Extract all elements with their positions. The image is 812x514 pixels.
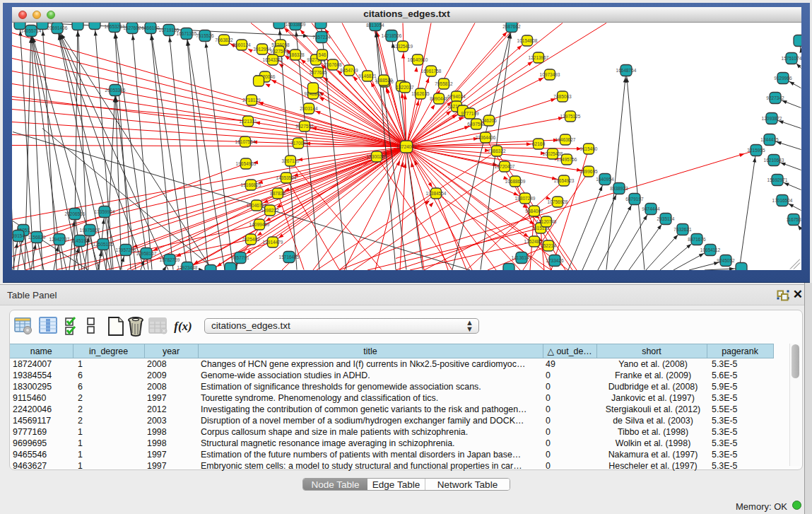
svg-text:8938923: 8938923 [610, 185, 628, 190]
svg-text:10688609: 10688609 [505, 178, 526, 183]
svg-text:7625402: 7625402 [242, 236, 260, 241]
svg-text:10025438: 10025438 [543, 151, 563, 156]
svg-text:9684067: 9684067 [525, 208, 543, 213]
svg-text:20206536: 20206536 [65, 211, 86, 216]
svg-text:746206: 746206 [481, 117, 497, 122]
svg-text:10756928: 10756928 [548, 199, 568, 204]
svg-text:9474444: 9474444 [642, 206, 660, 211]
svg-text:7357224: 7357224 [312, 34, 331, 39]
svg-text:17016504: 17016504 [772, 197, 793, 202]
svg-text:7485063: 7485063 [553, 93, 572, 98]
svg-text:21364436: 21364436 [476, 134, 496, 139]
svg-text:13495756: 13495756 [557, 156, 577, 161]
svg-text:14099459: 14099459 [249, 221, 270, 226]
svg-text:9327552: 9327552 [295, 123, 314, 128]
svg-text:15751074: 15751074 [782, 55, 801, 60]
svg-text:19975867: 19975867 [80, 227, 100, 232]
svg-text:8471676: 8471676 [688, 236, 706, 241]
svg-text:12505135: 12505135 [93, 241, 114, 246]
svg-text:11325419: 11325419 [393, 43, 413, 48]
svg-text:19384554: 19384554 [426, 190, 447, 195]
svg-text:8186328: 8186328 [286, 52, 305, 57]
svg-text:18300295: 18300295 [367, 153, 387, 158]
svg-text:12942737: 12942737 [49, 236, 70, 241]
svg-text:10046768: 10046768 [247, 202, 267, 207]
svg-text:12093872: 12093872 [762, 115, 782, 120]
svg-text:19463627: 19463627 [555, 136, 576, 141]
svg-text:10654112: 10654112 [700, 247, 721, 252]
svg-text:3215955: 3215955 [747, 147, 765, 152]
svg-text:16648764: 16648764 [616, 67, 637, 72]
svg-text:14218506: 14218506 [382, 33, 402, 37]
svg-text:10154808: 10154808 [517, 37, 538, 42]
svg-text:1322037: 1322037 [396, 84, 414, 89]
svg-text:7955812: 7955812 [435, 81, 453, 86]
svg-text:546: 546 [319, 52, 326, 57]
svg-text:12923448: 12923448 [177, 264, 198, 269]
svg-text:3912954: 3912954 [253, 46, 271, 51]
svg-text:16543362: 16543362 [263, 57, 283, 62]
svg-text:8660124: 8660124 [233, 42, 251, 47]
svg-text:252214: 252214 [541, 243, 556, 247]
svg-text:1640954: 1640954 [596, 176, 614, 181]
svg-text:16671355: 16671355 [177, 30, 197, 35]
svg-text:10958167: 10958167 [136, 250, 157, 255]
svg-text:6879197: 6879197 [625, 196, 644, 201]
svg-text:16961758: 16961758 [421, 68, 442, 73]
svg-text:19654963: 19654963 [236, 160, 257, 165]
svg-text:717004: 717004 [290, 140, 306, 145]
svg-text:9327509: 9327509 [270, 48, 288, 53]
svg-text:6794024: 6794024 [447, 93, 466, 98]
svg-text:7386322: 7386322 [488, 148, 506, 153]
svg-text:1145193: 1145193 [71, 238, 89, 243]
svg-text:f(x): f(x) [174, 320, 192, 333]
svg-text:887834: 887834 [270, 190, 286, 195]
svg-text:16640910: 16640910 [408, 57, 428, 62]
svg-text:16033809: 16033809 [286, 23, 306, 27]
svg-text:16107554: 16107554 [235, 139, 256, 144]
svg-text:2687662: 2687662 [502, 23, 521, 28]
svg-text:20691406: 20691406 [47, 25, 68, 30]
svg-text:7515526: 7515526 [196, 33, 214, 37]
svg-text:20053346: 20053346 [105, 87, 126, 92]
svg-text:17957255: 17957255 [116, 247, 136, 252]
svg-text:7663822: 7663822 [215, 37, 233, 42]
svg-text:62160: 62160 [532, 141, 545, 146]
svg-text:16782759: 16782759 [160, 257, 180, 262]
svg-text:6899695: 6899695 [579, 168, 598, 173]
svg-text:9227342: 9227342 [766, 95, 784, 100]
svg-text:14136141: 14136141 [512, 255, 532, 259]
svg-text:15720407: 15720407 [495, 163, 515, 168]
svg-text:9146821: 9146821 [358, 73, 377, 78]
svg-text:1733426: 1733426 [546, 257, 564, 262]
svg-text:8990448: 8990448 [430, 95, 448, 100]
svg-text:1244415: 1244415 [760, 136, 779, 141]
svg-text:1527602: 1527602 [123, 25, 141, 30]
svg-text:19914479: 19914479 [263, 239, 283, 244]
svg-text:9115460: 9115460 [580, 146, 598, 151]
svg-text:2718129: 2718129 [242, 97, 261, 102]
svg-text:2803144: 2803144 [300, 105, 318, 110]
svg-text:8454749: 8454749 [340, 67, 358, 72]
svg-text:39154: 39154 [12, 233, 25, 238]
svg-text:9777109: 9777109 [461, 110, 479, 115]
svg-text:19654923: 19654923 [554, 177, 575, 182]
svg-text:9857791: 9857791 [231, 255, 249, 259]
svg-text:10973493: 10973493 [540, 71, 560, 76]
svg-text:1388520: 1388520 [375, 77, 393, 82]
svg-text:8813054: 8813054 [366, 23, 384, 28]
svg-text:15716485: 15716485 [279, 254, 300, 259]
svg-text:116753: 116753 [786, 216, 801, 221]
svg-text:14353594: 14353594 [276, 175, 297, 180]
svg-text:14120746: 14120746 [536, 218, 557, 223]
svg-text:18807249: 18807249 [515, 195, 536, 200]
svg-text:1221331: 1221331 [239, 118, 257, 123]
svg-text:17359924: 17359924 [95, 209, 115, 214]
svg-text:2935114: 2935114 [657, 216, 675, 221]
svg-text:7632621: 7632621 [673, 226, 692, 231]
svg-text:2367608: 2367608 [324, 62, 342, 66]
svg-text:1498222: 1498222 [261, 207, 279, 212]
svg-text:3267110: 3267110 [282, 158, 300, 163]
svg-text:9129966: 9129966 [774, 75, 792, 80]
svg-text:1156829: 1156829 [28, 234, 46, 239]
